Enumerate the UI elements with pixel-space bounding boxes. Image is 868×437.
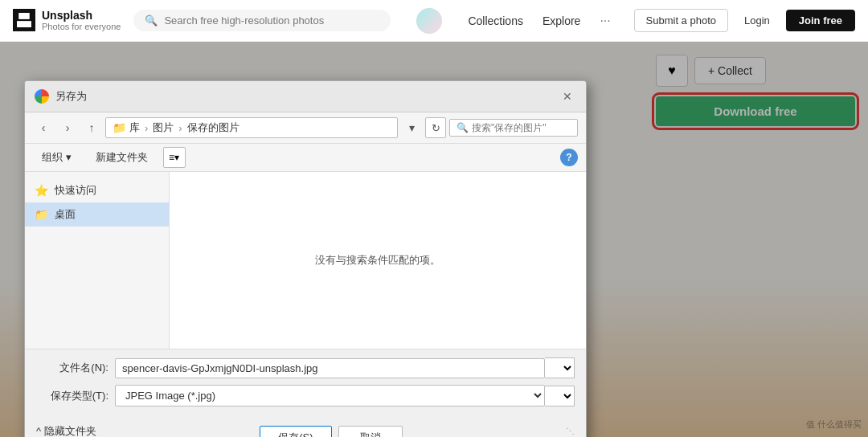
logo-area: Unsplash Photos for everyone	[13, 9, 121, 33]
unsplash-logo	[13, 9, 35, 31]
cancel-button[interactable]: 取消	[338, 426, 403, 437]
empty-message: 没有与搜索条件匹配的项。	[315, 253, 440, 268]
dialog-overlay: 另存为 ✕ ‹ › ↑ 📁 库 › 图片 › 保存的图片 ▾ ↻	[0, 42, 868, 437]
help-button[interactable]: ?	[560, 149, 578, 166]
organize-button[interactable]: 组织 ▾	[33, 147, 80, 168]
quick-access-item[interactable]: ⭐ 快速访问	[25, 178, 169, 202]
logo-tagline: Photos for everyone	[42, 22, 121, 32]
filename-row: 文件名(N):	[36, 357, 575, 378]
desktop-label: 桌面	[55, 207, 76, 222]
breadcrumb-saved: 保存的图片	[187, 120, 240, 135]
breadcrumb-sep-1: ›	[145, 122, 148, 134]
join-button[interactable]: Join free	[786, 10, 855, 31]
logo-text: Unsplash Photos for everyone	[42, 9, 121, 33]
folder-icon: 📁	[113, 121, 126, 134]
filename-dropdown[interactable]	[545, 357, 575, 378]
search-icon: 🔍	[145, 14, 158, 27]
new-folder-button[interactable]: 新建文件夹	[87, 147, 157, 168]
up-button[interactable]: ↑	[81, 117, 102, 138]
save-as-dialog: 另存为 ✕ ‹ › ↑ 📁 库 › 图片 › 保存的图片 ▾ ↻	[24, 80, 587, 437]
header-actions: Submit a photo Login Join free	[634, 9, 855, 32]
filetype-dropdown[interactable]	[545, 386, 575, 406]
filetype-row: 保存类型(T): JPEG Image (*.jpg)	[36, 385, 575, 406]
filetype-label: 保存类型(T):	[36, 389, 108, 403]
dialog-search-box: 🔍	[449, 119, 578, 137]
desktop-folder-icon: 📁	[35, 208, 48, 221]
resize-handle: ⋱	[566, 427, 575, 437]
chrome-icon	[35, 89, 49, 104]
nav-more[interactable]: ···	[600, 14, 610, 28]
avatar-image	[416, 8, 442, 34]
svg-rect-0	[18, 13, 30, 19]
footer-buttons: 保存(S) 取消	[260, 423, 402, 437]
submit-photo-button[interactable]: Submit a photo	[634, 9, 728, 32]
dialog-title: 另存为	[55, 89, 87, 104]
filename-label: 文件名(N):	[36, 361, 108, 375]
nav-explore[interactable]: Explore	[542, 14, 580, 27]
dialog-titlebar: 另存为 ✕	[25, 81, 586, 112]
desktop-item[interactable]: 📁 桌面	[25, 202, 169, 227]
breadcrumb-dropdown[interactable]: ▾	[401, 117, 422, 138]
dialog-body: ⭐ 快速访问 📁 桌面 没有与搜索条件匹配的项。	[25, 172, 586, 349]
dialog-toolbar2: 组织 ▾ 新建文件夹 ≡▾ ?	[25, 144, 586, 172]
star-icon: ⭐	[35, 184, 48, 197]
user-avatar	[416, 8, 442, 34]
refresh-button[interactable]: ↻	[425, 117, 446, 138]
page-content: ♥ + Collect Download free 另存为 ✕ ‹ › ↑	[0, 42, 868, 437]
back-button[interactable]: ‹	[33, 117, 54, 138]
dialog-nav-toolbar: ‹ › ↑ 📁 库 › 图片 › 保存的图片 ▾ ↻ 🔍	[25, 112, 586, 144]
nav-collections[interactable]: Collections	[468, 14, 522, 27]
hidden-folders-toggle[interactable]: ^ 隐藏文件夹	[36, 424, 96, 437]
dialog-search-icon: 🔍	[457, 122, 469, 133]
quick-access-label: 快速访问	[55, 183, 96, 198]
view-toggle-button[interactable]: ≡▾	[163, 147, 186, 168]
svg-rect-1	[17, 22, 31, 28]
search-input[interactable]	[164, 14, 379, 27]
breadcrumb-root: 库	[129, 120, 140, 135]
save-button[interactable]: 保存(S)	[260, 426, 331, 437]
filetype-select[interactable]: JPEG Image (*.jpg)	[115, 385, 545, 406]
dialog-close-button[interactable]: ✕	[559, 88, 576, 105]
dialog-search-input[interactable]	[472, 122, 571, 133]
filename-input[interactable]	[115, 358, 545, 378]
header: Unsplash Photos for everyone 🔍 Collectio…	[0, 0, 868, 42]
titlebar-left: 另存为	[35, 89, 87, 104]
search-bar: 🔍	[133, 10, 391, 31]
breadcrumb-bar: 📁 库 › 图片 › 保存的图片	[105, 117, 398, 138]
footer-bottom: ^ 隐藏文件夹 保存(S) 取消 ⋱	[36, 413, 575, 437]
left-panel: ⭐ 快速访问 📁 桌面	[25, 172, 170, 349]
nav-links: Collections Explore ···	[416, 8, 633, 34]
login-button[interactable]: Login	[736, 10, 778, 31]
breadcrumb-sep-2: ›	[178, 122, 182, 134]
logo-name: Unsplash	[42, 9, 121, 22]
main-area: 没有与搜索条件匹配的项。	[170, 172, 586, 349]
breadcrumb-pictures: 图片	[153, 120, 174, 135]
forward-button[interactable]: ›	[57, 117, 78, 138]
dialog-footer: 文件名(N): 保存类型(T): JPEG Image (*.jpg)	[25, 349, 586, 437]
